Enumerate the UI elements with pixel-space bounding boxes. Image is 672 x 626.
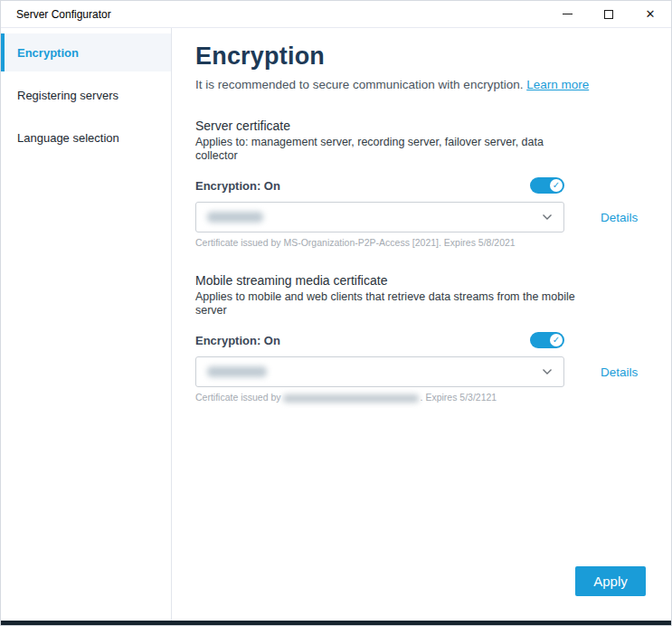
chevron-down-icon bbox=[542, 368, 553, 375]
window-controls: ✕ bbox=[546, 1, 671, 27]
description-line: server bbox=[195, 304, 671, 318]
description-line: collector bbox=[195, 149, 671, 163]
certificate-dropdown[interactable] bbox=[195, 202, 564, 232]
section-heading: Server certificate bbox=[195, 119, 671, 133]
sidebar-nav: Encryption Registering servers Language … bbox=[1, 28, 172, 622]
check-icon: ✓ bbox=[553, 336, 560, 345]
sidebar-item-label: Encryption bbox=[17, 46, 79, 60]
certificate-info: Certificate issued by MS-Organization-P2… bbox=[195, 237, 671, 248]
toggle-knob: ✓ bbox=[550, 179, 563, 192]
sidebar-item-encryption[interactable]: Encryption bbox=[1, 33, 171, 71]
section-description: Applies to: management server, recording… bbox=[195, 136, 671, 163]
minimize-button[interactable] bbox=[546, 1, 588, 27]
toggle-knob: ✓ bbox=[550, 334, 563, 346]
minimize-icon bbox=[563, 14, 573, 14]
main-content: Encryption It is recommended to secure c… bbox=[172, 28, 671, 622]
server-certificate-section: Server certificate Applies to: managemen… bbox=[195, 119, 671, 248]
page-subtitle: It is recommended to secure communicatio… bbox=[195, 78, 671, 91]
details-link[interactable]: Details bbox=[601, 365, 638, 379]
sidebar-item-label: Language selection bbox=[17, 131, 119, 145]
encryption-toggle[interactable]: ✓ bbox=[530, 332, 564, 348]
apply-button[interactable]: Apply bbox=[575, 566, 646, 596]
mobile-certificate-section: Mobile streaming media certificate Appli… bbox=[195, 273, 671, 403]
encryption-state-label: Encryption: On bbox=[195, 179, 280, 193]
encryption-toggle-row: Encryption: On ✓ bbox=[195, 177, 564, 194]
maximize-icon bbox=[604, 10, 613, 19]
certificate-info-prefix: Certificate issued by bbox=[195, 392, 281, 403]
certificate-dropdown[interactable] bbox=[195, 356, 564, 387]
certificate-field-row: Details bbox=[195, 356, 671, 387]
subtitle-text: It is recommended to secure communicatio… bbox=[195, 78, 523, 91]
certificate-info: Certificate issued by. Expires 5/3/2121 bbox=[195, 392, 671, 403]
redacted-certificate-value bbox=[207, 366, 267, 377]
section-description: Applies to mobile and web clients that r… bbox=[195, 290, 671, 318]
server-configurator-window: Server Configurator ✕ Encryption Registe… bbox=[0, 0, 672, 626]
redacted-certificate-value bbox=[207, 212, 263, 223]
details-link[interactable]: Details bbox=[601, 211, 638, 224]
maximize-button[interactable] bbox=[588, 1, 629, 27]
chevron-down-icon bbox=[542, 213, 553, 221]
close-button[interactable]: ✕ bbox=[629, 1, 671, 27]
certificate-info-suffix: . Expires 5/3/2121 bbox=[421, 392, 497, 403]
window-title: Server Configurator bbox=[1, 8, 546, 21]
sidebar-item-language-selection[interactable]: Language selection bbox=[1, 119, 171, 156]
redacted-issuer bbox=[283, 394, 419, 403]
section-heading: Mobile streaming media certificate bbox=[195, 273, 671, 288]
check-icon: ✓ bbox=[553, 181, 560, 190]
sidebar-item-label: Registering servers bbox=[17, 89, 118, 102]
certificate-field-row: Details bbox=[195, 202, 671, 232]
encryption-toggle-row: Encryption: On ✓ bbox=[195, 332, 564, 348]
page-title: Encryption bbox=[195, 43, 671, 71]
description-line: Applies to mobile and web clients that r… bbox=[195, 290, 671, 304]
window-bottom-accent-bar bbox=[1, 621, 671, 625]
close-icon: ✕ bbox=[646, 8, 656, 20]
title-bar: Server Configurator ✕ bbox=[1, 1, 671, 28]
encryption-state-label: Encryption: On bbox=[195, 334, 280, 347]
description-line: Applies to: management server, recording… bbox=[195, 136, 671, 149]
sidebar-item-registering-servers[interactable]: Registering servers bbox=[1, 76, 171, 114]
encryption-toggle[interactable]: ✓ bbox=[530, 177, 564, 194]
learn-more-link[interactable]: Learn more bbox=[526, 78, 589, 91]
